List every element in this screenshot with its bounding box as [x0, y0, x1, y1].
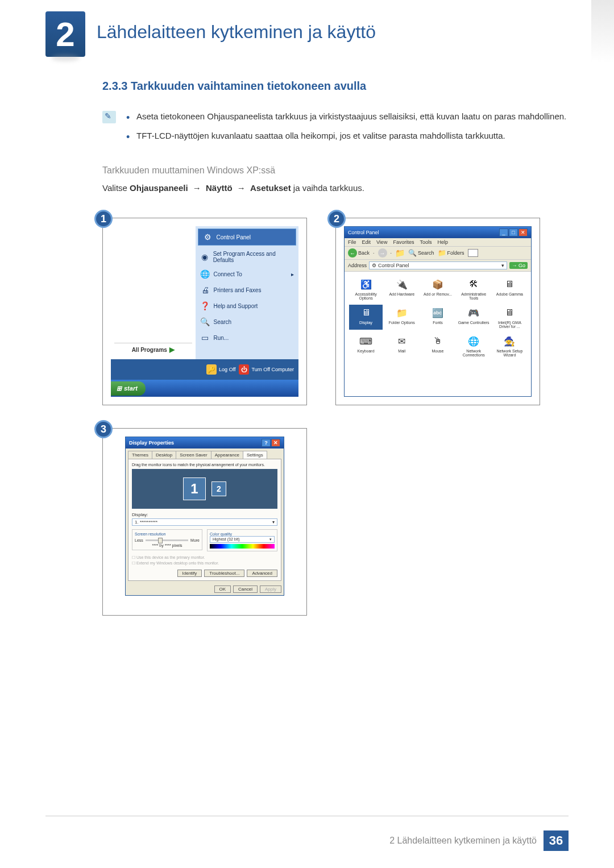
subsection-title: Tarkkuuden muuttaminen Windows XP:ssä: [102, 165, 569, 176]
tab-settings[interactable]: Settings: [243, 451, 267, 459]
cp-icon-network-setup-wizard[interactable]: 🧙Network Setup Wizard: [493, 333, 526, 358]
address-input[interactable]: ⚙ Control Panel ▾: [369, 261, 507, 269]
menu-item-printers[interactable]: 🖨 Printers and Faxes: [196, 282, 299, 298]
color-quality-select[interactable]: Highest (32 bit) ▾: [210, 536, 275, 543]
section-heading: 2.3.3 Tarkkuuden vaihtaminen tietokoneen…: [102, 80, 569, 93]
app-icon: 🖥: [359, 306, 373, 319]
menu-tools[interactable]: Tools: [420, 239, 432, 245]
go-button[interactable]: → Go: [509, 262, 528, 269]
primary-monitor-checkbox[interactable]: ☐ Use this device as the primary monitor…: [132, 555, 277, 560]
cp-icon-administrative-tools[interactable]: 🛠Administrative Tools: [457, 276, 491, 301]
network-icon: 🌐: [200, 269, 210, 279]
display-select[interactable]: 1. ********** ▾: [132, 518, 277, 526]
screen-resolution-group: Screen resolution Less More **** by ****…: [132, 529, 202, 550]
start-menu-right-pane: ⚙ Control Panel ◉ Set Program Access and…: [196, 226, 299, 359]
cp-icon-game-controllers[interactable]: 🎮Game Controllers: [457, 305, 491, 330]
folder-icon: 📁: [438, 249, 446, 257]
search-icon: 🔍: [408, 249, 417, 257]
up-button[interactable]: 📁: [395, 248, 405, 258]
app-icon: 🖥: [503, 277, 516, 291]
path-segment: Ohjauspaneeli: [130, 183, 188, 193]
cp-icon-add-or-remov-[interactable]: 📦Add or Remov...: [421, 276, 454, 301]
screenshot-3: Display Properties ? ✕ ThemesDesktopScre…: [102, 428, 307, 616]
menu-help[interactable]: Help: [437, 239, 448, 245]
views-button[interactable]: [468, 249, 478, 257]
extend-desktop-checkbox[interactable]: ☐ Extend my Windows desktop onto this mo…: [132, 560, 277, 566]
cp-icon-adobe-gamma[interactable]: 🖥Adobe Gamma: [493, 276, 526, 301]
window-titlebar: Control Panel _ □ ✕: [345, 227, 531, 238]
all-programs-button[interactable]: All Programs ▶: [114, 343, 192, 356]
cp-icon-mail[interactable]: ✉Mail: [385, 333, 418, 358]
monitor-arrangement[interactable]: 1 2: [132, 469, 277, 509]
control-panel-icon: ⚙: [372, 263, 376, 268]
resolution-slider[interactable]: Less More: [135, 538, 200, 542]
app-icon: 🛠: [467, 277, 480, 291]
menu-bar: File Edit View Favorites Tools Help: [345, 238, 531, 247]
chapter-title: Lähdelaitteen kytkeminen ja käyttö: [97, 22, 376, 43]
app-icon: 🧙: [503, 334, 516, 348]
cp-icon-intel-r-gma-driver-for-[interactable]: 🖥Intel(R) GMA Driver for ...: [493, 305, 526, 330]
screenshots-area: 1 All Programs ▶: [102, 218, 569, 616]
apply-button[interactable]: Apply: [260, 585, 281, 593]
display-label: Display:: [132, 512, 277, 517]
window-titlebar: Display Properties ? ✕: [126, 437, 284, 448]
chevron-down-icon: ▾: [269, 537, 272, 542]
menu-item-search[interactable]: 🔍 Search: [196, 314, 299, 330]
menu-item-help[interactable]: ❓ Help and Support: [196, 298, 299, 314]
help-button[interactable]: ?: [262, 439, 271, 447]
cp-icon-fonts[interactable]: 🔤Fonts: [421, 305, 454, 330]
cp-icon-keyboard[interactable]: ⌨Keyboard: [349, 333, 383, 358]
menu-edit[interactable]: Edit: [362, 239, 371, 245]
cp-icon-accessibility-options[interactable]: ♿Accessibility Options: [349, 276, 383, 301]
screenshot-1: All Programs ▶ ⚙ Control Panel: [102, 218, 307, 405]
start-button[interactable]: ⊞ start: [111, 381, 146, 396]
menu-view[interactable]: View: [376, 239, 387, 245]
menu-file[interactable]: File: [348, 239, 356, 245]
cp-icon-folder-options[interactable]: 📁Folder Options: [385, 305, 418, 330]
close-button[interactable]: ✕: [518, 229, 528, 236]
settings-tab-content: Drag the monitor icons to match the phys…: [128, 459, 281, 581]
color-spectrum-bar: [210, 544, 275, 549]
chevron-right-icon: ▶: [169, 346, 175, 354]
back-button[interactable]: ← Back: [348, 248, 370, 258]
identify-button[interactable]: Identify: [177, 570, 202, 577]
tab-screen-saver[interactable]: Screen Saver: [176, 451, 211, 459]
monitor-2[interactable]: 2: [211, 481, 226, 496]
tab-desktop[interactable]: Desktop: [152, 451, 176, 459]
app-icon: 🖱: [431, 334, 445, 348]
cp-icon-display[interactable]: 🖥Display: [349, 305, 383, 330]
forward-button[interactable]: →: [378, 248, 387, 258]
minimize-button[interactable]: _: [499, 229, 508, 236]
maximize-button[interactable]: □: [509, 229, 518, 236]
troubleshoot-button[interactable]: Troubleshoot...: [204, 570, 244, 577]
menu-item-set-access[interactable]: ◉ Set Program Access and Defaults: [196, 248, 299, 266]
cp-icon-network-connections[interactable]: 🌐Network Connections: [457, 333, 491, 358]
menu-item-control-panel[interactable]: ⚙ Control Panel: [198, 229, 297, 246]
advanced-button[interactable]: Advanced: [247, 570, 277, 577]
tab-appearance[interactable]: Appearance: [211, 451, 243, 459]
taskbar: ⊞ start: [111, 380, 298, 397]
display-properties-window: Display Properties ? ✕ ThemesDesktopScre…: [125, 437, 284, 596]
arrow-icon: →: [237, 183, 246, 193]
start-menu-left-pane: All Programs ▶: [111, 226, 196, 359]
chevron-down-icon: ▾: [272, 520, 275, 525]
turn-off-button[interactable]: ⏻ Turn Off Computer: [239, 364, 294, 375]
ok-button[interactable]: OK: [214, 585, 231, 593]
menu-favorites[interactable]: Favorites: [393, 239, 414, 245]
search-button[interactable]: 🔍 Search: [408, 249, 434, 257]
screenshot-2-wrap: 2 Control Panel _ □ ✕ File: [335, 218, 540, 405]
cp-icon-add-hardware[interactable]: 🔌Add Hardware: [385, 276, 418, 301]
folders-button[interactable]: 📁 Folders: [438, 249, 464, 257]
screenshot-2: Control Panel _ □ ✕ File Edit View Favor: [335, 218, 540, 405]
cancel-button[interactable]: Cancel: [233, 585, 258, 593]
footer-text: 2 Lähdelaitteen kytkeminen ja käyttö: [45, 836, 544, 846]
monitor-1[interactable]: 1: [183, 477, 206, 500]
menu-item-run[interactable]: ▭ Run...: [196, 330, 299, 346]
log-off-button[interactable]: 🔑 Log Off: [206, 364, 235, 375]
close-button[interactable]: ✕: [271, 439, 280, 447]
menu-item-connect[interactable]: 🌐 Connect To ▸: [196, 266, 299, 282]
slider-thumb[interactable]: [158, 538, 163, 543]
cp-icon-mouse[interactable]: 🖱Mouse: [421, 333, 454, 358]
tab-bar: ThemesDesktopScreen SaverAppearanceSetti…: [126, 448, 284, 459]
tab-themes[interactable]: Themes: [128, 451, 152, 459]
